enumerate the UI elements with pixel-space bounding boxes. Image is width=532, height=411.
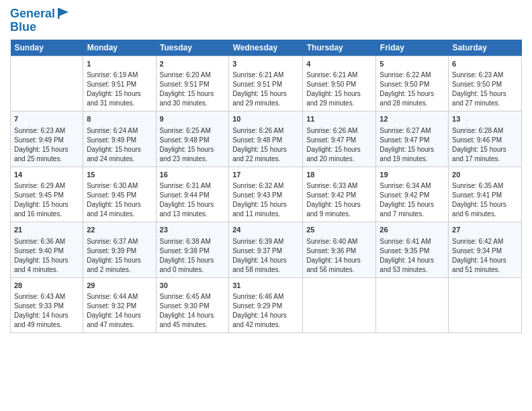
calendar-cell: 31Sunrise: 6:46 AMSunset: 9:29 PMDayligh… <box>229 277 303 332</box>
calendar-cell: 26Sunrise: 6:41 AMSunset: 9:35 PMDayligh… <box>376 222 449 277</box>
day-number: 7 <box>14 114 79 124</box>
calendar-table: SundayMondayTuesdayWednesdayThursdayFrid… <box>10 40 522 333</box>
weekday-header: Monday <box>83 40 156 56</box>
day-number: 2 <box>160 59 226 69</box>
day-number: 12 <box>380 114 445 124</box>
sunrise: Sunrise: 6:46 AM <box>232 293 283 300</box>
day-number: 10 <box>232 114 299 124</box>
daylight: Daylight: 15 hours and 11 minutes. <box>232 201 287 218</box>
sunset: Sunset: 9:51 PM <box>87 81 136 88</box>
sunrise: Sunrise: 6:26 AM <box>232 127 283 134</box>
sunset: Sunset: 9:43 PM <box>232 191 282 199</box>
sunset: Sunset: 9:51 PM <box>160 81 210 88</box>
sunrise: Sunrise: 6:30 AM <box>87 182 138 189</box>
calendar-cell: 12Sunrise: 6:27 AMSunset: 9:47 PMDayligh… <box>376 111 449 167</box>
sunrise: Sunrise: 6:28 AM <box>452 127 503 134</box>
daylight: Daylight: 15 hours and 22 minutes. <box>232 146 287 163</box>
calendar-cell: 22Sunrise: 6:37 AMSunset: 9:39 PMDayligh… <box>83 222 156 277</box>
day-number: 23 <box>160 225 226 235</box>
sunset: Sunset: 9:37 PM <box>232 247 282 255</box>
weekday-header: Wednesday <box>229 40 303 56</box>
weekday-header-row: SundayMondayTuesdayWednesdayThursdayFrid… <box>11 40 522 56</box>
sunset: Sunset: 9:50 PM <box>380 81 429 88</box>
sunset: Sunset: 9:34 PM <box>452 247 502 255</box>
sunset: Sunset: 9:50 PM <box>452 81 502 88</box>
weekday-header: Saturday <box>449 40 522 56</box>
day-number: 20 <box>452 170 518 180</box>
day-number: 6 <box>452 59 518 69</box>
daylight: Daylight: 15 hours and 7 minutes. <box>380 201 434 218</box>
calendar-cell <box>376 277 449 332</box>
day-number: 16 <box>160 170 226 180</box>
sunrise: Sunrise: 6:37 AM <box>87 238 138 245</box>
daylight: Daylight: 15 hours and 31 minutes. <box>87 90 141 107</box>
daylight: Daylight: 14 hours and 42 minutes. <box>232 312 287 328</box>
sunset: Sunset: 9:44 PM <box>160 191 210 199</box>
sunrise: Sunrise: 6:20 AM <box>160 71 211 79</box>
sunset: Sunset: 9:47 PM <box>306 136 356 144</box>
day-number: 25 <box>306 225 372 235</box>
daylight: Daylight: 14 hours and 45 minutes. <box>160 312 214 328</box>
daylight: Daylight: 14 hours and 51 minutes. <box>452 257 506 273</box>
calendar-cell: 4Sunrise: 6:21 AMSunset: 9:50 PMDaylight… <box>303 56 376 111</box>
sunrise: Sunrise: 6:26 AM <box>306 127 357 134</box>
daylight: Daylight: 15 hours and 29 minutes. <box>232 90 287 107</box>
sunset: Sunset: 9:40 PM <box>14 247 64 255</box>
day-number: 31 <box>232 281 299 291</box>
calendar-cell: 23Sunrise: 6:38 AMSunset: 9:38 PMDayligh… <box>156 222 229 277</box>
daylight: Daylight: 15 hours and 30 minutes. <box>160 90 214 107</box>
calendar-cell: 30Sunrise: 6:45 AMSunset: 9:30 PMDayligh… <box>156 277 229 332</box>
daylight: Daylight: 15 hours and 28 minutes. <box>380 90 434 107</box>
daylight: Daylight: 15 hours and 20 minutes. <box>306 146 361 163</box>
calendar-cell: 16Sunrise: 6:31 AMSunset: 9:44 PMDayligh… <box>156 167 229 222</box>
calendar-week-row: 28Sunrise: 6:43 AMSunset: 9:33 PMDayligh… <box>11 277 522 332</box>
calendar-cell: 19Sunrise: 6:34 AMSunset: 9:42 PMDayligh… <box>376 167 449 222</box>
day-number: 30 <box>160 281 226 291</box>
sunrise: Sunrise: 6:33 AM <box>306 182 357 189</box>
sunrise: Sunrise: 6:21 AM <box>232 71 283 79</box>
calendar-cell: 21Sunrise: 6:36 AMSunset: 9:40 PMDayligh… <box>11 222 83 277</box>
sunset: Sunset: 9:42 PM <box>306 191 356 199</box>
sunrise: Sunrise: 6:32 AM <box>232 182 283 189</box>
day-number: 15 <box>87 170 152 180</box>
sunset: Sunset: 9:45 PM <box>14 191 64 199</box>
day-number: 29 <box>87 281 152 291</box>
calendar-week-row: 1Sunrise: 6:19 AMSunset: 9:51 PMDaylight… <box>11 56 522 111</box>
weekday-header: Tuesday <box>156 40 229 56</box>
logo: General Blue <box>10 7 70 34</box>
sunrise: Sunrise: 6:23 AM <box>14 127 65 134</box>
calendar-cell <box>449 277 522 332</box>
weekday-header: Sunday <box>11 40 83 56</box>
calendar-cell: 24Sunrise: 6:39 AMSunset: 9:37 PMDayligh… <box>229 222 303 277</box>
sunrise: Sunrise: 6:45 AM <box>160 293 211 300</box>
day-number: 21 <box>14 225 79 235</box>
calendar-cell: 3Sunrise: 6:21 AMSunset: 9:51 PMDaylight… <box>229 56 303 111</box>
sunrise: Sunrise: 6:31 AM <box>160 182 211 189</box>
sunrise: Sunrise: 6:39 AM <box>232 238 283 245</box>
calendar-cell: 6Sunrise: 6:23 AMSunset: 9:50 PMDaylight… <box>449 56 522 111</box>
sunset: Sunset: 9:32 PM <box>87 302 136 310</box>
daylight: Daylight: 15 hours and 16 minutes. <box>14 201 69 218</box>
sunset: Sunset: 9:33 PM <box>14 302 64 310</box>
sunrise: Sunrise: 6:43 AM <box>14 293 65 300</box>
calendar-cell: 15Sunrise: 6:30 AMSunset: 9:45 PMDayligh… <box>83 167 156 222</box>
daylight: Daylight: 14 hours and 56 minutes. <box>306 257 361 273</box>
calendar-cell: 14Sunrise: 6:29 AMSunset: 9:45 PMDayligh… <box>11 167 83 222</box>
daylight: Daylight: 15 hours and 19 minutes. <box>380 146 434 163</box>
sunrise: Sunrise: 6:19 AM <box>87 71 138 79</box>
sunrise: Sunrise: 6:23 AM <box>452 71 503 79</box>
sunrise: Sunrise: 6:27 AM <box>380 127 431 134</box>
day-number: 22 <box>87 225 152 235</box>
weekday-header: Thursday <box>303 40 376 56</box>
daylight: Daylight: 15 hours and 0 minutes. <box>160 257 214 273</box>
logo-flag-icon <box>56 7 70 20</box>
day-number: 13 <box>452 114 518 124</box>
calendar-cell: 2Sunrise: 6:20 AMSunset: 9:51 PMDaylight… <box>156 56 229 111</box>
calendar-cell: 9Sunrise: 6:25 AMSunset: 9:48 PMDaylight… <box>156 111 229 167</box>
sunrise: Sunrise: 6:41 AM <box>380 238 431 245</box>
day-number: 3 <box>232 59 299 69</box>
daylight: Daylight: 15 hours and 14 minutes. <box>87 201 141 218</box>
daylight: Daylight: 15 hours and 4 minutes. <box>14 257 69 273</box>
day-number: 26 <box>380 225 445 235</box>
weekday-header: Friday <box>376 40 449 56</box>
